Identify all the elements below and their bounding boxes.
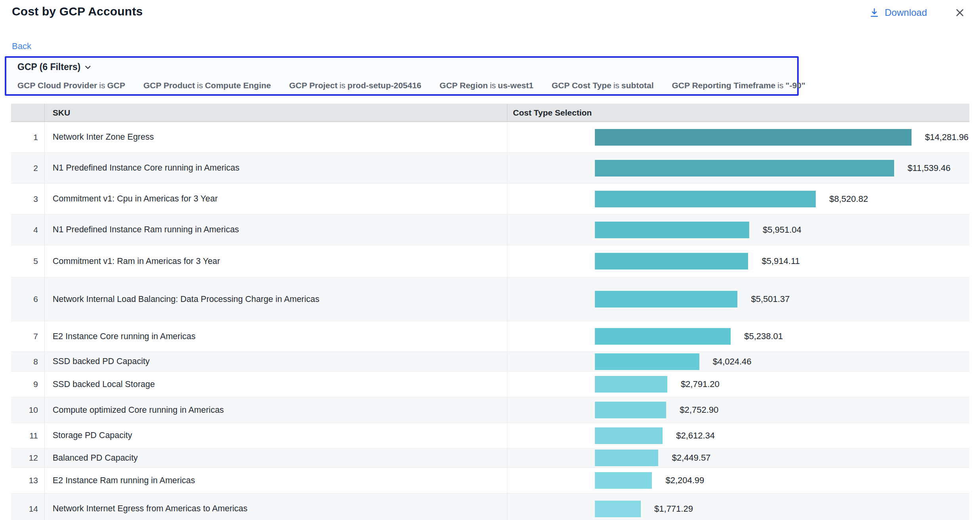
sku-label: N1 Predefined Instance Ram running in Am…	[44, 214, 507, 245]
sku-label: Storage PD Capacity	[44, 423, 507, 448]
cost-cell: $2,612.34	[507, 423, 969, 448]
table-row: 11 Storage PD Capacity $2,612.34	[11, 423, 969, 448]
filter-chip: GCP Reporting Timeframeis"-90"	[672, 81, 805, 90]
row-number: 10	[11, 405, 44, 415]
cost-cell: $2,752.90	[507, 397, 969, 423]
cost-value: $8,520.82	[829, 194, 868, 204]
filter-operator: is	[97, 81, 107, 90]
row-number: 7	[11, 332, 44, 341]
row-number: 12	[11, 453, 44, 463]
sku-label: SSD backed Local Storage	[44, 372, 507, 397]
chevron-down-icon	[84, 63, 92, 72]
cost-cell: $5,501.37	[507, 277, 969, 321]
filter-chip: GCP Regionisus-west1	[440, 81, 534, 90]
filter-panel: GCP (6 Filters) GCP Cloud ProviderisGCP …	[5, 56, 799, 96]
row-number: 8	[11, 357, 44, 366]
filter-value: subtotal	[621, 81, 654, 90]
close-icon	[954, 13, 966, 20]
sku-label: Network Internal Load Balancing: Data Pr…	[44, 277, 507, 321]
table-row: 1 Network Inter Zone Egress $14,281.96	[11, 122, 969, 153]
close-button[interactable]	[953, 6, 967, 19]
cost-value: $5,501.37	[751, 294, 790, 304]
row-number: 13	[11, 476, 44, 485]
download-label: Download	[885, 7, 927, 18]
row-number: 3	[11, 194, 44, 204]
row-number: 6	[11, 294, 44, 304]
cost-cell: $14,281.96	[507, 122, 969, 152]
filter-value: GCP	[107, 81, 125, 90]
table-row: 5 Commitment v1: Ram in Americas for 3 Y…	[11, 245, 969, 277]
header-actions: Download	[869, 5, 967, 19]
cost-bar	[595, 222, 749, 238]
cost-bar	[595, 402, 666, 418]
sku-label: Compute optimized Core running in Americ…	[44, 397, 507, 423]
filter-field: GCP Cloud Provider	[17, 81, 97, 90]
cost-value: $2,449.57	[672, 453, 710, 463]
cost-cell: $2,204.99	[507, 468, 969, 493]
cost-cell: $2,791.20	[507, 372, 969, 397]
filter-operator: is	[195, 81, 205, 90]
sku-label: Network Inter Zone Egress	[44, 122, 507, 152]
row-number: 1	[11, 133, 44, 142]
filter-group-label: GCP (6 Filters)	[17, 62, 80, 72]
back-link[interactable]: Back	[12, 41, 31, 51]
cost-bar	[595, 472, 652, 489]
cost-bar	[595, 129, 912, 146]
row-number-column-header	[11, 104, 44, 121]
filter-chip: GCP Cost Typeissubtotal	[552, 81, 654, 90]
sku-label: Balanced PD Capacity	[44, 448, 507, 467]
cost-bar	[595, 291, 737, 307]
cost-bar	[595, 376, 667, 393]
filter-chip: GCP Cloud ProviderisGCP	[17, 81, 125, 90]
page-title: Cost by GCP Accounts	[12, 5, 143, 18]
sku-label: Commitment v1: Ram in Americas for 3 Yea…	[44, 245, 507, 277]
row-number: 5	[11, 256, 44, 266]
cost-value: $5,238.01	[744, 331, 783, 342]
cost-column-header: Cost Type Selection	[507, 104, 969, 121]
download-icon	[869, 8, 879, 18]
sku-column-header: SKU	[44, 104, 507, 121]
filter-value: Compute Engine	[205, 81, 271, 90]
cost-bar	[595, 328, 731, 345]
cost-bar	[595, 191, 816, 207]
download-button[interactable]: Download	[869, 7, 927, 18]
cost-bar	[595, 253, 748, 269]
table-row: 4 N1 Predefined Instance Ram running in …	[11, 214, 969, 245]
cost-value: $2,612.34	[676, 431, 715, 441]
filter-operator: is	[775, 81, 785, 90]
filter-field: GCP Product	[143, 81, 195, 90]
cost-value: $5,914.11	[762, 256, 800, 266]
cost-bar	[595, 450, 658, 466]
cost-table: SKU Cost Type Selection 1 Network Inter …	[11, 104, 969, 520]
filter-value: us-west1	[498, 81, 534, 90]
table-row: 7 E2 Instance Core running in Americas $…	[11, 321, 969, 352]
table-row: 12 Balanced PD Capacity $2,449.57	[11, 448, 969, 468]
cost-cell: $5,951.04	[507, 214, 969, 245]
filter-list: GCP Cloud ProviderisGCP GCP ProductisCom…	[17, 81, 786, 90]
sku-label: E2 Instance Core running in Americas	[44, 321, 507, 351]
cost-value: $2,791.20	[681, 379, 720, 389]
cost-value: $4,024.46	[713, 357, 752, 367]
table-row: 10 Compute optimized Core running in Ame…	[11, 397, 969, 423]
cost-bar	[595, 501, 641, 517]
filter-group-dropdown[interactable]: GCP (6 Filters)	[17, 62, 92, 72]
filter-field: GCP Region	[440, 81, 488, 90]
filter-operator: is	[338, 81, 348, 90]
cost-cell: $5,238.01	[507, 321, 969, 351]
sku-label: E2 Instance Ram running in Americas	[44, 468, 507, 493]
table-body: 1 Network Inter Zone Egress $14,281.96 2…	[11, 122, 969, 520]
sku-label: Commitment v1: Cpu in Americas for 3 Yea…	[44, 184, 507, 214]
row-number: 4	[11, 225, 44, 235]
cost-cell: $4,024.46	[507, 352, 969, 371]
table-row: 8 SSD backed PD Capacity $4,024.46	[11, 352, 969, 372]
table-row: 14 Network Internet Egress from Americas…	[11, 493, 969, 520]
sku-label: N1 Predefined Instance Core running in A…	[44, 153, 507, 183]
filter-chip: GCP ProductisCompute Engine	[143, 81, 271, 90]
table-row: 9 SSD backed Local Storage $2,791.20	[11, 372, 969, 397]
cost-bar	[595, 353, 699, 370]
row-number: 2	[11, 163, 44, 173]
table-row: 3 Commitment v1: Cpu in Americas for 3 Y…	[11, 184, 969, 214]
filter-operator: is	[612, 81, 621, 90]
filter-field: GCP Project	[289, 81, 337, 90]
table-row: 6 Network Internal Load Balancing: Data …	[11, 277, 969, 321]
